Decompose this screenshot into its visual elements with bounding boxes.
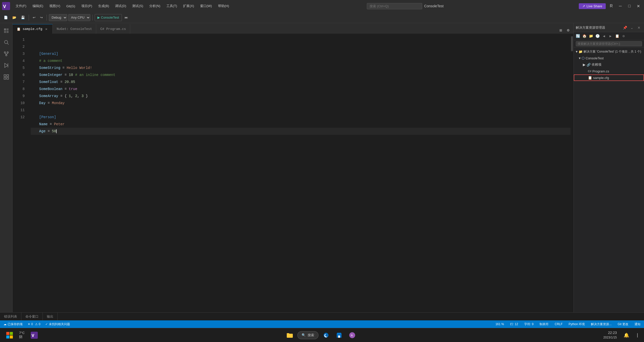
redo-btn[interactable]: ↪ xyxy=(38,14,45,21)
se-toolbar-forward[interactable]: ▶ xyxy=(607,33,614,39)
menu-file[interactable]: 文件(F) xyxy=(13,3,29,9)
se-pin-btn[interactable]: 📌 xyxy=(622,25,628,31)
activity-run[interactable] xyxy=(1,60,12,71)
menu-view[interactable]: 视图(V) xyxy=(47,3,63,9)
se-toolbar-sync[interactable]: 🔄 xyxy=(575,33,581,39)
taskbar-file-explorer[interactable] xyxy=(284,330,295,341)
notifications-status[interactable]: 通知 xyxy=(633,322,641,327)
profile-button[interactable]: R xyxy=(608,3,615,10)
menu-edit[interactable]: 编辑(E) xyxy=(30,3,46,9)
tab-close-btn[interactable]: ✕ xyxy=(44,27,48,31)
taskbar-vs-icon[interactable]: V xyxy=(29,330,40,341)
editor-scrollbar[interactable] xyxy=(570,34,574,312)
title-bar-left: V 文件(F) 编辑(E) 视图(V) Git(G) 项目(P) 生成(B) 调… xyxy=(2,2,232,10)
svg-point-10 xyxy=(6,55,7,56)
col-status[interactable]: 字符: 9 xyxy=(523,322,534,327)
svg-rect-26 xyxy=(287,333,289,334)
taskbar-purple-icon[interactable]: N xyxy=(347,330,358,341)
taskbar-show-desktop[interactable]: | xyxy=(635,330,640,341)
tab-nuget[interactable]: NuGet: ConsoleTest xyxy=(53,24,96,34)
activity-explorer[interactable] xyxy=(1,25,12,36)
code-editor[interactable]: 12345 678910 1112 [General] # a comment … xyxy=(13,34,574,312)
minimize-button[interactable]: ─ xyxy=(617,3,624,10)
activity-source-control[interactable] xyxy=(1,48,12,59)
no-problems-status[interactable]: ✓ 未找到相关问题 xyxy=(44,322,71,327)
solution-expand-icon: ▾ xyxy=(576,50,578,54)
taskbar-notification-btn[interactable]: 🔔 xyxy=(621,330,632,341)
menu-test[interactable]: 测试(S) xyxy=(130,3,146,9)
saved-items-status[interactable]: ☁ 已保存的项 xyxy=(3,322,24,327)
split-editor-btn[interactable]: ⊞ xyxy=(558,27,564,34)
se-toolbar-back[interactable]: ◀ xyxy=(601,33,607,39)
tab-sample-cfg[interactable]: 📋 sample.cfg ✕ xyxy=(13,24,53,34)
taskbar-store-icon[interactable] xyxy=(334,330,345,341)
code-line-6: SomeBoolean = true xyxy=(31,86,570,93)
live-share-button[interactable]: ↗ Live Share xyxy=(579,3,606,9)
se-search-bar xyxy=(574,40,644,47)
se-toolbar-home[interactable]: 🏠 xyxy=(581,33,587,39)
se-toolbar-copy[interactable]: 📋 xyxy=(614,33,620,39)
python-env-status[interactable]: Python 环境 xyxy=(568,322,586,327)
live-share-label: Live Share xyxy=(587,4,602,8)
taskbar-edge-icon[interactable] xyxy=(320,330,332,341)
se-toolbar-clock[interactable]: 🕐 xyxy=(594,33,600,39)
menu-debug[interactable]: 调试(D) xyxy=(113,3,129,9)
temperature: 7°C 阴 xyxy=(19,331,25,339)
menu-build[interactable]: 生成(B) xyxy=(96,3,112,9)
taskbar-weather[interactable]: 7°C 阴 xyxy=(17,330,27,341)
debug-config-select[interactable]: Debug xyxy=(49,14,67,21)
svg-text:N: N xyxy=(351,333,353,337)
toolbar-sep-2 xyxy=(47,15,47,21)
row-status[interactable]: 行: 12 xyxy=(509,322,519,327)
maximize-button[interactable]: □ xyxy=(626,3,633,10)
search-input[interactable] xyxy=(367,3,422,9)
se-toolbar-properties[interactable]: ⚙ xyxy=(621,33,627,39)
taskbar-time[interactable]: 22:23 2023/1/15 xyxy=(602,330,618,340)
menu-window[interactable]: 窗口(W) xyxy=(198,3,214,9)
solution-explorer: 解决方案资源管理器 📌 ⌄ ✕ 🔄 🏠 📁 🕐 ◀ ▶ 📋 ⚙ ▾ 📁 xyxy=(574,23,644,312)
tab-program-cs[interactable]: C# Program.cs xyxy=(96,24,130,34)
settings-btn[interactable]: ⚙ xyxy=(565,27,571,34)
windows-start-btn[interactable] xyxy=(4,330,15,341)
code-content[interactable]: [General] # a comment SomeString = Hello… xyxy=(29,34,570,312)
save-btn[interactable]: 💾 xyxy=(19,14,27,21)
open-btn[interactable]: 📂 xyxy=(11,14,18,21)
undo-btn[interactable]: ↩ xyxy=(31,14,37,21)
error-status[interactable]: ✕ 0 ⚠ 0 xyxy=(27,322,41,326)
menu-project[interactable]: 项目(P) xyxy=(79,3,95,9)
close-button[interactable]: ✕ xyxy=(635,3,642,10)
activity-search[interactable] xyxy=(1,37,12,48)
menu-analyze[interactable]: 分析(N) xyxy=(147,3,163,9)
bottom-tab-errors[interactable]: 错误列表 xyxy=(0,313,21,321)
se-search-input[interactable] xyxy=(576,41,642,46)
scrollbar-thumb[interactable] xyxy=(571,36,573,51)
activity-extensions[interactable] xyxy=(1,71,12,82)
bottom-tab-commands[interactable]: 命令窗口 xyxy=(21,313,43,321)
se-close-btn[interactable]: ✕ xyxy=(636,25,642,31)
encoding-status[interactable]: 制表符 xyxy=(539,322,550,327)
tree-dependencies[interactable]: ▶ 🔗 依赖项 xyxy=(574,61,644,68)
bottom-tab-output[interactable]: 输出 xyxy=(43,313,58,321)
step-over-btn[interactable]: ⏭ xyxy=(123,14,130,21)
tree-solution[interactable]: ▾ 📁 解决方案 'ConsoleTest' (1 个项目，共 1 个) xyxy=(574,48,644,55)
taskbar-search-bar[interactable]: 🔍 搜索 xyxy=(297,331,318,339)
menu-tools[interactable]: 工具(T) xyxy=(164,3,180,9)
tree-project[interactable]: ▾ ⬡ ConsoleTest xyxy=(574,55,644,61)
tree-program-cs[interactable]: C# Program.cs xyxy=(574,68,644,74)
project-icon: ⬡ xyxy=(582,56,585,60)
zoom-status[interactable]: 161 % xyxy=(494,322,505,326)
se-chevron-btn[interactable]: ⌄ xyxy=(629,25,635,31)
menu-extensions[interactable]: 扩展(X) xyxy=(181,3,196,9)
menu-git[interactable]: Git(G) xyxy=(64,3,78,9)
solution-explorer-status[interactable]: 解决方案资源... xyxy=(590,322,613,327)
run-button[interactable]: ▶ ConsoleTest xyxy=(95,14,122,21)
git-update-status[interactable]: Git 更改 xyxy=(617,322,629,327)
menu-help[interactable]: 帮助(H) xyxy=(216,3,232,9)
line-ending-status[interactable]: CRLF xyxy=(554,322,563,326)
new-project-btn[interactable]: 📄 xyxy=(2,14,10,21)
svg-marker-13 xyxy=(5,63,8,68)
tree-sample-cfg[interactable]: 📋 sample.cfg xyxy=(574,74,644,81)
platform-select[interactable]: Any CPU xyxy=(68,14,90,21)
code-line-12: Age = 50 xyxy=(31,128,570,135)
se-toolbar-folder[interactable]: 📁 xyxy=(588,33,594,39)
